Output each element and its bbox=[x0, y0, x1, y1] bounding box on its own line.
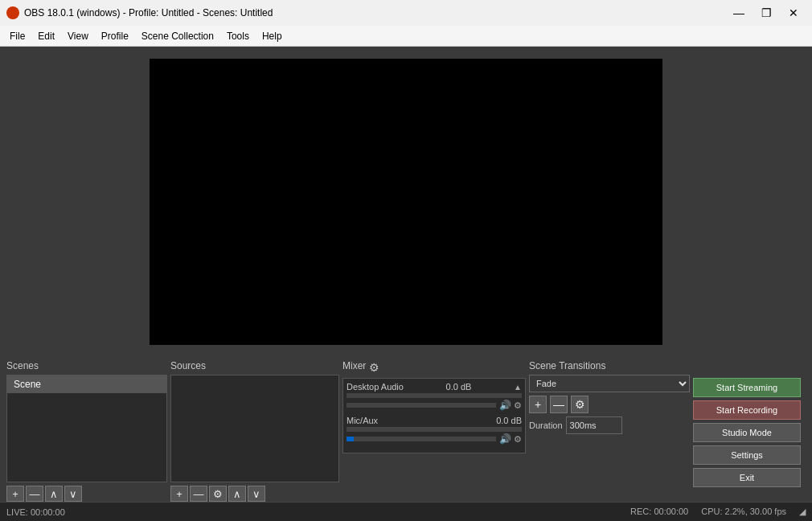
scenes-down-button[interactable]: ∨ bbox=[64, 486, 82, 502]
transitions-content: Fade Cut Swipe Slide + — ⚙ Duration bbox=[529, 375, 690, 434]
sources-toolbar: + — ⚙ ∧ ∨ bbox=[170, 486, 339, 502]
transitions-remove-button[interactable]: — bbox=[550, 396, 568, 413]
panel-sections: Scenes Scene + — ∧ ∨ Sources + — ⚙ bbox=[0, 357, 812, 502]
exit-button[interactable]: Exit bbox=[693, 468, 801, 487]
mixer-settings-icon[interactable]: ⚙ bbox=[369, 361, 379, 374]
menubar: FileEditViewProfileScene CollectionTools… bbox=[0, 26, 812, 47]
bottom-panel: Scenes Scene + — ∧ ∨ Sources + — ⚙ bbox=[0, 357, 812, 502]
mixer-content: Desktop Audio 0.0 dB ▲ bbox=[342, 378, 526, 453]
close-button[interactable]: ✕ bbox=[781, 4, 806, 22]
transitions-duration-row: Duration bbox=[529, 416, 690, 434]
maximize-button[interactable]: ❐ bbox=[754, 4, 778, 22]
status-rec: REC: 00:00:00 bbox=[630, 507, 688, 517]
mixer-channel-mic: Mic/Aux 0.0 dB bbox=[347, 416, 522, 445]
sources-settings-button[interactable]: ⚙ bbox=[209, 486, 227, 502]
menu-item-scene-collection[interactable]: Scene Collection bbox=[135, 28, 220, 44]
mixer-channel-desktop-name: Desktop Audio bbox=[347, 382, 404, 392]
mixer-channel-mic-fill2 bbox=[347, 437, 354, 441]
status-right: REC: 00:00:00 CPU: 2.2%, 30.00 fps ◢ bbox=[630, 507, 806, 517]
mixer-channel-mic-meter-row bbox=[347, 427, 522, 432]
mixer-desktop-settings-button[interactable]: ⚙ bbox=[514, 400, 522, 411]
scenes-list: Scene bbox=[6, 375, 167, 482]
sources-panel: Sources + — ⚙ ∧ ∨ bbox=[170, 360, 339, 502]
transitions-add-button[interactable]: + bbox=[529, 396, 547, 413]
status-cpu: CPU: 2.2%, 30.00 fps bbox=[701, 507, 786, 517]
start-streaming-button[interactable]: Start Streaming bbox=[693, 378, 801, 397]
mixer-channel-mic-meter bbox=[347, 427, 522, 432]
duration-input[interactable] bbox=[566, 416, 622, 434]
mixer-channel-desktop-db: 0.0 dB bbox=[446, 382, 472, 392]
mixer-channel-desktop-meter2 bbox=[347, 403, 496, 408]
transitions-panel: Scene Transitions Fade Cut Swipe Slide +… bbox=[529, 360, 690, 502]
transitions-settings-button[interactable]: ⚙ bbox=[571, 396, 588, 413]
menu-item-file[interactable]: File bbox=[3, 28, 31, 44]
controls-panel: Start Streaming Start Recording Studio M… bbox=[693, 360, 806, 502]
scenes-add-button[interactable]: + bbox=[6, 486, 24, 502]
mixer-mic-settings-button[interactable]: ⚙ bbox=[514, 434, 522, 445]
sources-up-button[interactable]: ∧ bbox=[228, 486, 246, 502]
menu-item-view[interactable]: View bbox=[61, 28, 95, 44]
scenes-toolbar: + — ∧ ∨ bbox=[6, 486, 167, 502]
mixer-channel-mic-meter2 bbox=[347, 437, 496, 441]
menu-item-edit[interactable]: Edit bbox=[31, 28, 61, 44]
menu-item-profile[interactable]: Profile bbox=[95, 28, 135, 44]
window-title: OBS 18.0.1 (windows) - Profile: Untitled… bbox=[24, 7, 727, 18]
transitions-label: Scene Transitions bbox=[529, 360, 690, 371]
statusbar: LIVE: 00:00:00 REC: 00:00:00 CPU: 2.2%, … bbox=[0, 502, 812, 521]
mixer-header: Mixer ⚙ bbox=[342, 360, 526, 375]
transitions-controls-row: + — ⚙ bbox=[529, 396, 690, 413]
menu-item-help[interactable]: Help bbox=[256, 28, 289, 44]
minimize-button[interactable]: — bbox=[727, 4, 751, 22]
titlebar: OBS 18.0.1 (windows) - Profile: Untitled… bbox=[0, 0, 812, 26]
scenes-remove-button[interactable]: — bbox=[26, 486, 43, 502]
studio-mode-button[interactable]: Studio Mode bbox=[693, 423, 801, 442]
transitions-select-row: Fade Cut Swipe Slide bbox=[529, 375, 690, 392]
mixer-channel-desktop-controls: 🔊 ⚙ bbox=[347, 400, 522, 411]
transitions-fade-select[interactable]: Fade Cut Swipe Slide bbox=[529, 375, 690, 392]
sources-list bbox=[170, 375, 339, 482]
mixer-channel-desktop-ctrl: 🔊 ⚙ bbox=[499, 400, 522, 411]
scenes-label: Scenes bbox=[6, 360, 167, 371]
window-controls: — ❐ ✕ bbox=[727, 4, 806, 22]
sources-label: Sources bbox=[170, 360, 339, 371]
mixer-label: Mixer bbox=[342, 360, 366, 371]
mixer-channel-mic-ctrl: 🔊 ⚙ bbox=[499, 433, 522, 445]
duration-label: Duration bbox=[529, 420, 563, 430]
mixer-channel-desktop: Desktop Audio 0.0 dB ▲ bbox=[347, 382, 522, 411]
mixer-channel-desktop-row1: Desktop Audio 0.0 dB ▲ bbox=[347, 382, 522, 392]
preview-area bbox=[0, 47, 812, 357]
scene-item[interactable]: Scene bbox=[7, 375, 166, 393]
main-content: Scenes Scene + — ∧ ∨ Sources + — ⚙ bbox=[0, 47, 812, 502]
sources-down-button[interactable]: ∨ bbox=[248, 486, 265, 502]
obs-icon bbox=[6, 6, 19, 19]
sources-add-button[interactable]: + bbox=[170, 486, 188, 502]
preview-canvas bbox=[150, 59, 662, 345]
mixer-channel-mic-name: Mic/Aux bbox=[347, 416, 378, 425]
controls-spacer bbox=[693, 360, 806, 371]
mixer-panel: Mixer ⚙ Desktop Audio 0.0 dB ▲ bbox=[342, 360, 526, 502]
mixer-channel-mic-controls: 🔊 ⚙ bbox=[347, 433, 522, 445]
mixer-channel-mic-db: 0.0 dB bbox=[496, 416, 522, 425]
mixer-channel-desktop-meter bbox=[347, 393, 522, 398]
mixer-channel-mic-row1: Mic/Aux 0.0 dB bbox=[347, 416, 522, 425]
mixer-channel-desktop-meter-row bbox=[347, 393, 522, 398]
mixer-mic-mute-button[interactable]: 🔊 bbox=[499, 433, 511, 445]
status-live: LIVE: 00:00:00 bbox=[6, 507, 65, 517]
settings-button[interactable]: Settings bbox=[693, 445, 801, 465]
status-corner-icon: ◢ bbox=[799, 507, 806, 517]
mixer-scroll-indicator: ▲ bbox=[514, 383, 522, 392]
scenes-up-button[interactable]: ∧ bbox=[45, 486, 63, 502]
sources-remove-button[interactable]: — bbox=[190, 486, 207, 502]
mixer-desktop-mute-button[interactable]: 🔊 bbox=[499, 400, 511, 411]
start-recording-button[interactable]: Start Recording bbox=[693, 400, 801, 420]
scenes-panel: Scenes Scene + — ∧ ∨ bbox=[6, 360, 167, 502]
menu-item-tools[interactable]: Tools bbox=[220, 28, 256, 44]
